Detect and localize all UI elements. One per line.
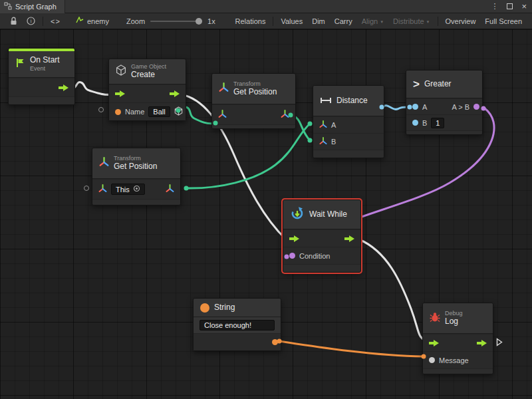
b-input-port[interactable] xyxy=(412,120,418,126)
flow-out-port[interactable] xyxy=(344,235,354,242)
node-title: String xyxy=(214,303,235,313)
node-get-position-bottom[interactable]: TransformGet Position This xyxy=(92,148,181,205)
wire-onstart-to-create[interactable] xyxy=(72,82,112,95)
message-input-port[interactable] xyxy=(429,357,435,363)
vector-a-port[interactable] xyxy=(319,120,327,130)
a-input-port[interactable] xyxy=(412,104,418,110)
node-header: On StartEvent xyxy=(9,51,74,78)
vector-b-port[interactable] xyxy=(319,137,327,146)
node-title: Create xyxy=(131,70,166,80)
b-label: B xyxy=(422,119,427,127)
string-type-icon xyxy=(200,303,209,313)
node-title: On Start xyxy=(30,56,60,65)
wire-string-to-message[interactable] xyxy=(279,341,424,356)
transform-icon xyxy=(219,82,229,95)
name-input-port[interactable] xyxy=(115,109,121,115)
overview-button[interactable]: Overview xyxy=(441,13,481,29)
flow-out-port[interactable] xyxy=(477,340,487,346)
result-label: A > B xyxy=(452,103,469,111)
titlebar: Script Graph ⋮ × xyxy=(0,0,532,13)
cube-icon xyxy=(116,65,126,78)
flow-in-port[interactable] xyxy=(429,340,439,346)
wire-waitwhile-to-log[interactable] xyxy=(359,239,426,341)
zoom-control: Zoom 1x xyxy=(126,17,215,25)
transform-in-port[interactable] xyxy=(98,184,107,194)
node-create[interactable]: Game ObjectCreate Name Ball xyxy=(108,59,186,121)
target-picker-icon[interactable] xyxy=(133,185,140,194)
node-title: Get Position xyxy=(114,162,157,172)
a-label: A xyxy=(331,121,336,129)
node-string[interactable]: String Close enough! xyxy=(193,298,281,351)
script-graph-window: Script Graph ⋮ × i < > enemy Zoom 1x xyxy=(0,0,532,399)
info-icon[interactable]: i xyxy=(22,13,40,29)
flow-out-port[interactable] xyxy=(59,84,68,91)
flow-out-port[interactable] xyxy=(170,90,180,97)
dim-button[interactable]: Dim xyxy=(307,13,330,29)
lock-icon[interactable] xyxy=(5,13,22,29)
code-preview-icon[interactable]: < > xyxy=(46,13,64,29)
tab-title: Script Graph xyxy=(15,3,57,11)
graph-toolbar: i < > enemy Zoom 1x Relations Values Dim… xyxy=(0,13,532,29)
b-field[interactable]: 1 xyxy=(431,118,444,128)
ruler-icon xyxy=(320,95,332,107)
full-screen-button[interactable]: Full Screen xyxy=(480,13,527,29)
node-title: Get Position xyxy=(233,88,277,97)
position-out-port[interactable] xyxy=(281,110,289,120)
zoom-slider-handle[interactable] xyxy=(196,18,202,25)
maximize-icon[interactable] xyxy=(507,3,513,9)
b-label: B xyxy=(331,138,336,146)
transform-icon xyxy=(99,157,109,170)
distribute-button[interactable]: Distribute▼ xyxy=(388,13,434,29)
zoom-value: 1x xyxy=(207,17,215,25)
unconnected-port-ring[interactable] xyxy=(98,107,104,112)
carry-button[interactable]: Carry xyxy=(330,13,357,29)
bug-icon xyxy=(430,312,440,325)
graph-pointer-icon xyxy=(76,17,84,25)
toolbar-buttons: Relations Values Dim Carry Align▼ Distri… xyxy=(231,13,527,29)
wire-getposition-to-distance-a[interactable] xyxy=(186,124,310,188)
name-label: Name xyxy=(125,108,144,116)
wait-clock-icon xyxy=(290,206,305,223)
node-title: Log xyxy=(445,317,463,327)
string-value-field[interactable]: Close enough! xyxy=(200,320,275,331)
position-out-port[interactable] xyxy=(166,184,174,194)
node-distance[interactable]: Distance A B xyxy=(313,85,384,158)
svg-text:i: i xyxy=(30,18,32,24)
zoom-label: Zoom xyxy=(126,17,145,25)
toolbar-separator xyxy=(43,17,43,26)
condition-input-port[interactable] xyxy=(289,253,295,259)
window-controls: ⋮ × xyxy=(491,2,532,11)
unconnected-port-ring[interactable] xyxy=(84,186,89,191)
name-field[interactable]: Ball xyxy=(148,106,170,117)
node-get-position-top[interactable]: TransformGet Position xyxy=(211,73,296,129)
node-title: Wait While xyxy=(309,210,347,219)
node-subtitle: Event xyxy=(30,65,60,72)
a-label: A xyxy=(422,103,427,111)
flow-in-port[interactable] xyxy=(115,90,125,97)
graph-canvas[interactable]: On StartEvent Game ObjectCreate xyxy=(0,29,532,399)
values-button[interactable]: Values xyxy=(276,13,307,29)
string-out-port[interactable] xyxy=(272,339,278,345)
node-greater[interactable]: > Greater A A > B B 1 xyxy=(406,70,483,135)
message-label: Message xyxy=(439,356,469,364)
zoom-slider[interactable] xyxy=(150,21,202,22)
greater-icon: > xyxy=(413,78,420,91)
close-icon[interactable]: × xyxy=(521,2,527,11)
tab-script-graph[interactable]: Script Graph xyxy=(0,0,65,13)
graph-name: enemy xyxy=(87,17,109,25)
gameobject-out-port[interactable] xyxy=(174,106,183,117)
graph-breadcrumb[interactable]: enemy xyxy=(76,17,109,25)
result-out-port[interactable] xyxy=(473,104,479,110)
node-title: Distance xyxy=(336,96,368,106)
flow-in-port[interactable] xyxy=(289,235,299,242)
node-wait-while[interactable]: Wait While Condition xyxy=(283,200,361,273)
node-on-start[interactable]: On StartEvent xyxy=(8,48,75,105)
relations-button[interactable]: Relations xyxy=(231,13,271,29)
node-debug-log[interactable]: DebugLog Message xyxy=(422,303,493,374)
target-field[interactable]: This xyxy=(111,184,145,195)
window-menu-icon[interactable]: ⋮ xyxy=(491,3,498,10)
align-button[interactable]: Align▼ xyxy=(357,13,388,29)
condition-label: Condition xyxy=(299,252,330,260)
graph-tab-icon xyxy=(4,2,12,11)
transform-in-port[interactable] xyxy=(218,110,227,120)
